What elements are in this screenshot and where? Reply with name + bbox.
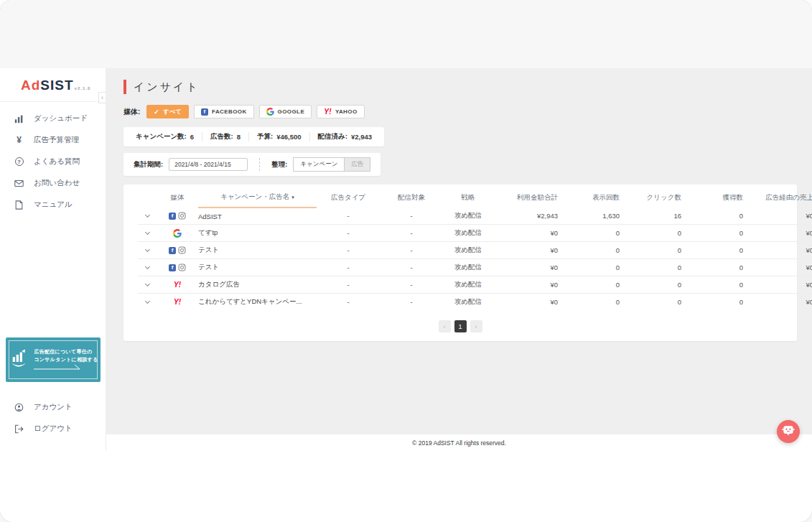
pagination-page-1-button[interactable]: 1 [454,320,467,332]
expand-row-chevron-icon[interactable] [144,230,149,235]
header-strategy: 戦略 [443,186,493,208]
header-revenue: 広告経由の売上 [743,186,812,208]
spend-cell: ¥2,943 [493,208,558,225]
facebook-icon: f [169,213,176,220]
sidebar-item-faq[interactable]: ? よくある質問 [0,151,106,172]
impressions-cell: 1,630 [558,208,620,225]
handshake-chart-icon [8,348,29,372]
period-filter-bar: 集計期間: 整理: キャンペーン 広告 [123,153,381,176]
expand-row-chevron-icon[interactable] [144,213,149,218]
period-input[interactable] [169,158,248,171]
clicks-cell: 0 [620,259,681,276]
clicks-cell: 0 [620,276,681,294]
sidebar-item-label: マニュアル [34,200,73,210]
campaign-name: てすtp [198,228,218,236]
expand-row-chevron-icon[interactable] [144,281,149,286]
banner-text: 広告配信について専任の コンサルタントに相談する [34,348,98,372]
media-icons: Y! [157,299,198,306]
revenue-cell: ¥0 [743,259,812,276]
revenue-cell: ¥0 [743,208,812,225]
table-row: f AdSIST - - 攻め配信 ¥2,943 1,630 16 0 ¥0 [138,208,812,225]
table-row: てすtp - - 攻め配信 ¥0 0 0 0 ¥0 [138,225,812,242]
pagination-prev-button[interactable]: ‹ [439,320,451,332]
delivery-target-cell: - [380,276,443,294]
sidebar-item-label: アカウント [34,402,73,412]
expand-row-chevron-icon[interactable] [144,264,149,269]
grouping-ad-button[interactable]: 広告 [345,157,370,172]
strategy-cell: 攻め配信 [443,208,493,225]
google-icon [173,229,182,238]
media-icons [157,229,198,238]
facebook-icon: f [201,108,208,116]
revenue-cell: ¥0 [743,225,812,242]
sidebar-item-dashboard[interactable]: ダッシュボード [0,108,106,129]
header-campaign-name[interactable]: キャンペーン・広告名▾ [198,186,317,208]
page-title: インサイト [123,80,812,94]
media-filter-all-button[interactable]: ✓ すべて [146,105,189,118]
media-filter-facebook-button[interactable]: f FACEBOOK [194,105,254,118]
media-icons: f [157,246,198,254]
sidebar-item-account[interactable]: アカウント [0,396,106,418]
pagination-next-button[interactable]: › [470,320,482,332]
grouping-label: 整理: [271,160,287,169]
acquisitions-cell: 0 [681,242,743,259]
stats-bar: キャンペーン数:6 広告数:8 予算:¥46,500 配信済み:¥2,943 [123,127,384,146]
instagram-icon [178,264,186,271]
grouping-campaign-button[interactable]: キャンペーン [293,157,345,172]
sidebar-item-contact[interactable]: お問い合わせ [0,172,106,194]
grouping-toggle: キャンペーン 広告 [293,157,370,172]
table-row: f テスト - - 攻め配信 ¥0 0 0 0 ¥0 [138,259,812,276]
media-icons: f [157,212,198,220]
impressions-cell: 0 [558,242,620,259]
ad-type-cell: - [317,242,380,259]
strategy-cell: 攻め配信 [443,294,493,311]
yahoo-icon: Y! [174,281,181,289]
revenue-cell: ¥0 [743,294,812,311]
impressions-cell: 0 [558,294,620,311]
table-body: f AdSIST - - 攻め配信 ¥2,943 1,630 16 0 ¥0 て… [138,208,812,310]
spend-cell: ¥0 [493,242,558,259]
chat-mascot-icon [781,423,795,440]
sidebar-item-budget[interactable]: ¥ 広告予算管理 [0,129,106,151]
bar-chart-icon [14,114,24,123]
account-icon [14,403,24,412]
acquisitions-cell: 0 [681,225,743,242]
google-icon [266,108,274,116]
table-row: Y! カタログ広告 - - 攻め配信 ¥0 0 0 0 ¥0 [138,276,812,294]
sidebar-item-label: ログアウト [34,424,73,434]
sidebar-item-logout[interactable]: ログアウト [0,418,106,439]
facebook-icon: f [169,264,176,271]
campaign-name: カタログ広告 [198,280,240,288]
sidebar-divider [0,101,106,102]
stat-budget: 予算:¥46,500 [248,132,309,141]
header-acquisitions: 獲得数 [681,186,743,208]
footer: © 2019 AdSIST All rights reserved. [106,434,812,451]
header-clicks: クリック数 [620,186,681,208]
strategy-cell: 攻め配信 [443,259,493,276]
header-delivery-target: 配信対象 [380,186,443,208]
chat-widget-button[interactable] [777,420,800,443]
yahoo-icon: Y! [324,108,332,116]
strategy-cell: 攻め配信 [443,242,493,259]
stat-ad-count: 広告数:8 [202,132,248,141]
insights-table: 媒体 キャンペーン・広告名▾ 広告タイプ 配信対象 戦略 利用金額合計 表示回数… [138,186,812,310]
delivery-target-cell: - [380,225,443,242]
sidebar-item-label: よくある質問 [34,157,80,167]
sidebar-item-manual[interactable]: マニュアル [0,194,106,215]
expand-row-chevron-icon[interactable] [144,299,149,304]
acquisitions-cell: 0 [681,259,743,276]
campaign-name: テスト [198,246,219,253]
sidebar-item-label: ダッシュボード [34,113,88,123]
consultant-banner[interactable]: 広告配信について専任の コンサルタントに相談する [6,337,101,382]
ad-type-cell: - [317,276,380,294]
media-filter-yahoo-button[interactable]: Y! YAHOO [317,105,364,118]
clicks-cell: 0 [620,242,681,259]
sidebar: AdSISTv2.1.0 ‹ ダッシュボード ¥ 広告予算管理 ? よくある質問 [0,68,106,451]
table-header-row: 媒体 キャンペーン・広告名▾ 広告タイプ 配信対象 戦略 利用金額合計 表示回数… [138,186,812,208]
collapse-sidebar-icon[interactable]: ‹ [98,92,106,103]
media-filter-google-button[interactable]: GOOGLE [259,105,312,118]
table-row: f テスト - - 攻め配信 ¥0 0 0 0 ¥0 [138,242,812,259]
expand-row-chevron-icon[interactable] [144,247,149,252]
instagram-icon [178,212,186,220]
content-area: インサイト 媒体: ✓ すべて f FACEBOOK GOOGLE [106,68,812,451]
